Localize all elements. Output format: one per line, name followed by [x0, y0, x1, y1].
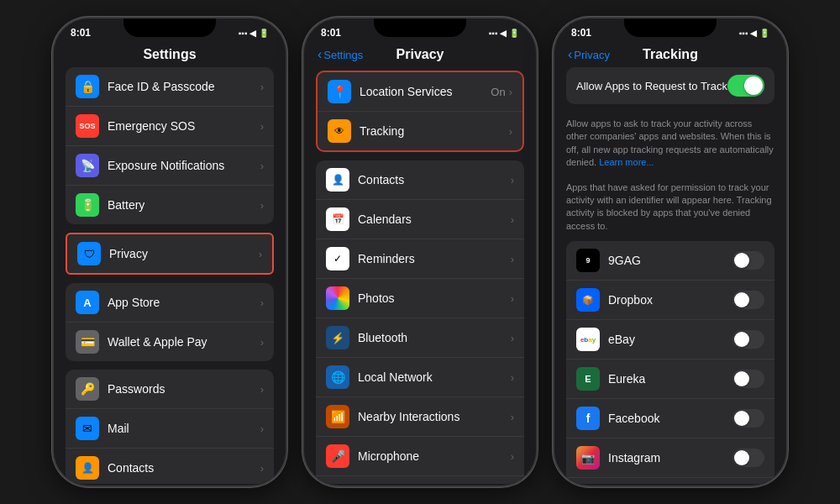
privacy-row-microphone[interactable]: 🎤 Microphone ›	[316, 437, 524, 476]
ebay-knob	[734, 332, 749, 347]
privacy-other-group: 👤 Contacts › 📅 Calendars › ✓ Reminders ›…	[316, 160, 524, 484]
settings-row-location[interactable]: 📍 Location Services On ›	[318, 72, 522, 112]
settings-group-passwords: 🔑 Passwords › ✉ Mail › 👤 Contacts › 📅	[66, 370, 274, 484]
status-icons-3: ▪▪▪ ◀ 🔋	[739, 29, 769, 38]
settings-row-mail[interactable]: ✉ Mail ›	[66, 409, 274, 449]
exposure-icon: 📡	[76, 154, 99, 177]
location-highlighted: 📍 Location Services On › 👁 Tracking ›	[316, 71, 524, 152]
back-arrow-2: ‹	[318, 48, 322, 61]
learn-more-link[interactable]: Learn more...	[599, 157, 654, 167]
dropbox-knob	[734, 292, 749, 307]
status-icons-2: ▪▪▪ ◀ 🔋	[489, 29, 519, 38]
back-settings[interactable]: ‹ Settings	[318, 48, 363, 61]
privacy-contacts-icon: 👤	[326, 168, 349, 192]
settings-row-passwords[interactable]: 🔑 Passwords ›	[66, 370, 274, 409]
status-icons-1: ▪▪▪ ◀ 🔋	[239, 29, 269, 38]
privacy-row-localnetwork[interactable]: 🌐 Local Network ›	[316, 358, 524, 397]
facebook-knob	[734, 411, 749, 426]
location-value: On	[491, 86, 505, 98]
app-row-eureka[interactable]: E Eureka	[566, 360, 774, 399]
9gag-toggle[interactable]	[732, 251, 764, 270]
notch-3	[624, 18, 717, 37]
eureka-toggle[interactable]	[732, 370, 764, 388]
privacy-row-bluetooth[interactable]: ⚡ Bluetooth ›	[316, 318, 524, 358]
screen1-title: Settings	[143, 47, 196, 62]
back-label-3: Privacy	[574, 49, 610, 61]
settings-row-appstore[interactable]: A App Store ›	[66, 283, 274, 323]
privacy-row-speech[interactable]: 💬 Speech Recognition ›	[316, 476, 524, 484]
privacy-row-reminders[interactable]: ✓ Reminders ›	[316, 239, 524, 279]
instagram-label: Instagram	[608, 451, 732, 465]
battery-icon: 🔋	[76, 193, 99, 217]
facebook-icon: f	[576, 407, 600, 430]
privacy-row-photos[interactable]: Photos ›	[316, 279, 524, 318]
settings-row-privacy[interactable]: 🛡 Privacy ›	[67, 234, 272, 273]
privacy-row-contacts[interactable]: 👤 Contacts ›	[316, 160, 524, 200]
settings-row-wallet[interactable]: 💳 Wallet & Apple Pay ›	[66, 323, 274, 361]
tracking-label: Tracking	[360, 124, 509, 138]
app-row-instagram[interactable]: 📷 Instagram	[566, 438, 774, 478]
instagram-icon: 📷	[576, 446, 600, 470]
nav-bar-3: ‹ Privacy Tracking	[554, 44, 786, 67]
faceid-chevron: ›	[260, 81, 264, 93]
app-row-masterduel[interactable]: M Master Duel	[566, 478, 774, 484]
tracking-toggle-row[interactable]: Allow Apps to Request to Track	[566, 67, 774, 104]
tracking-toggle-group: Allow Apps to Request to Track	[566, 67, 774, 104]
tracking-apps-group: 9 9GAG 📦 Dropbox ebay eBay E Eureka	[566, 241, 774, 484]
instagram-knob	[734, 450, 749, 465]
scroll-content-1[interactable]: 🔒 Face ID & Passcode › SOS Emergency SOS…	[54, 67, 286, 484]
scroll-content-2[interactable]: 📍 Location Services On › 👁 Tracking › 👤	[304, 67, 536, 484]
back-label-2: Settings	[323, 49, 363, 61]
9gag-knob	[734, 253, 749, 268]
phone3: 8:01 ▪▪▪ ◀ 🔋 ‹ Privacy Tracking Allow Ap…	[553, 17, 788, 487]
passwords-label: Passwords	[108, 382, 260, 396]
privacy-calendars-label: Calendars	[358, 213, 511, 226]
ebay-toggle[interactable]	[732, 330, 764, 349]
settings-row-tracking[interactable]: 👁 Tracking ›	[318, 112, 522, 150]
appstore-chevron: ›	[260, 297, 264, 309]
location-chevron: ›	[509, 86, 512, 98]
pbluetooth-chevron: ›	[511, 332, 514, 344]
settings-row-exposure[interactable]: 📡 Exposure Notifications ›	[66, 146, 274, 186]
facebook-label: Facebook	[608, 412, 732, 425]
instagram-toggle[interactable]	[732, 449, 764, 467]
sos-chevron: ›	[260, 120, 264, 133]
settings-row-sos[interactable]: SOS Emergency SOS ›	[66, 107, 274, 146]
tracking-icon: 👁	[328, 119, 351, 143]
ebay-icon: ebay	[576, 328, 600, 351]
tracking-toggle[interactable]	[727, 75, 764, 97]
settings-row-contacts[interactable]: 👤 Contacts ›	[66, 449, 274, 484]
appstore-icon: A	[76, 291, 99, 314]
back-privacy[interactable]: ‹ Privacy	[568, 48, 610, 61]
app-row-ebay[interactable]: ebay eBay	[566, 320, 774, 360]
sos-label: Emergency SOS	[108, 119, 260, 133]
dropbox-toggle[interactable]	[732, 291, 764, 309]
privacy-row-calendars[interactable]: 📅 Calendars ›	[316, 200, 524, 239]
app-row-facebook[interactable]: f Facebook	[566, 399, 774, 438]
scroll-content-3[interactable]: Allow Apps to Request to Track Allow app…	[554, 67, 786, 484]
pmic-chevron: ›	[511, 450, 514, 463]
notch-2	[374, 18, 466, 37]
facebook-toggle[interactable]	[732, 409, 764, 428]
settings-row-battery[interactable]: 🔋 Battery ›	[66, 186, 274, 224]
faceid-label: Face ID & Passcode	[108, 80, 260, 93]
screen2-title: Privacy	[396, 47, 444, 62]
privacy-photos-icon	[326, 286, 349, 310]
time-1: 8:01	[71, 27, 91, 39]
pnetwork-chevron: ›	[511, 371, 514, 384]
privacy-row-nearby[interactable]: 📶 Nearby Interactions ›	[316, 397, 524, 437]
preminders-chevron: ›	[511, 253, 514, 265]
privacy-bluetooth-label: Bluetooth	[358, 331, 511, 344]
privacy-bluetooth-icon: ⚡	[326, 326, 349, 349]
eureka-knob	[734, 371, 749, 386]
contacts-chevron: ›	[260, 462, 264, 475]
app-row-dropbox[interactable]: 📦 Dropbox	[566, 281, 774, 320]
privacy-mic-icon: 🎤	[326, 444, 349, 468]
settings-group-face: 🔒 Face ID & Passcode › SOS Emergency SOS…	[66, 67, 274, 224]
tracking-description2: Apps that have asked for permission to t…	[554, 178, 786, 242]
privacy-nearby-label: Nearby Interactions	[358, 410, 511, 423]
app-row-9gag[interactable]: 9 9GAG	[566, 241, 774, 281]
settings-row-faceid[interactable]: 🔒 Face ID & Passcode ›	[66, 67, 274, 107]
tracking-toggle-label: Allow Apps to Request to Track	[576, 80, 727, 92]
settings-group-appstore: A App Store › 💳 Wallet & Apple Pay ›	[66, 283, 274, 361]
